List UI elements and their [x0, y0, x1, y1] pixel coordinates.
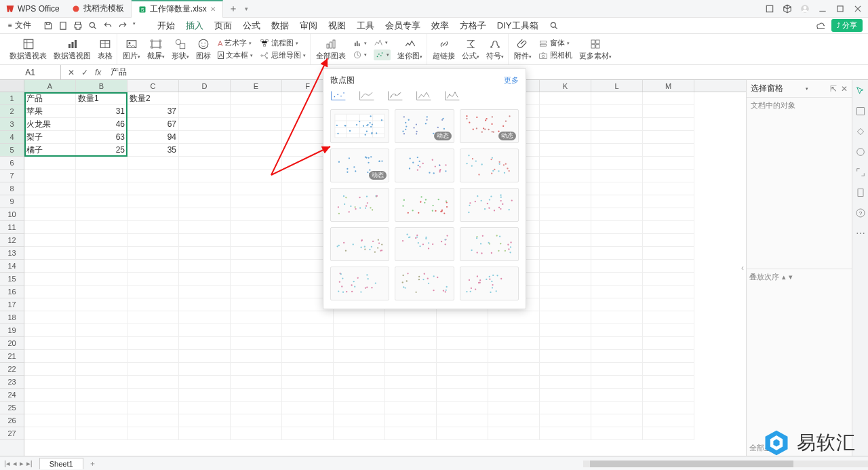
- chart-thumbnail[interactable]: 动态: [330, 149, 389, 182]
- cell[interactable]: [591, 260, 643, 273]
- row-header[interactable]: 11: [0, 221, 24, 234]
- cell[interactable]: 火龙果: [24, 118, 76, 131]
- cell[interactable]: [127, 170, 179, 182]
- cell[interactable]: [179, 311, 231, 324]
- row-header[interactable]: 8: [0, 182, 24, 195]
- picture-button[interactable]: 图片▾: [123, 38, 140, 61]
- cell[interactable]: [231, 273, 282, 286]
- cell[interactable]: [643, 105, 694, 118]
- cell[interactable]: [24, 286, 76, 298]
- row-header[interactable]: 23: [0, 376, 24, 389]
- cell[interactable]: [643, 234, 694, 247]
- cell[interactable]: [643, 247, 694, 260]
- tab-menu-chevron[interactable]: ▾: [245, 5, 248, 12]
- cell[interactable]: [334, 389, 385, 402]
- cell[interactable]: [24, 247, 76, 260]
- cell[interactable]: [76, 350, 127, 363]
- cell[interactable]: [643, 389, 694, 402]
- row-header[interactable]: 13: [0, 247, 24, 260]
- cell[interactable]: [231, 427, 282, 440]
- cell[interactable]: [540, 402, 591, 414]
- cell[interactable]: [231, 105, 282, 118]
- top-tab-workbook[interactable]: S 工作簿数量.xlsx ✕: [132, 0, 223, 18]
- pie-chart-dropdown[interactable]: ▾: [353, 50, 367, 60]
- cell[interactable]: [643, 363, 694, 376]
- file-menu[interactable]: ≡ 文件: [5, 20, 34, 31]
- cell[interactable]: [385, 427, 437, 440]
- cell[interactable]: [385, 350, 437, 363]
- sparkline-button[interactable]: 迷你图▾: [397, 38, 422, 61]
- cell[interactable]: [540, 337, 591, 350]
- cell[interactable]: [24, 337, 76, 350]
- rail-page-icon[interactable]: [855, 187, 866, 198]
- cell[interactable]: [437, 427, 488, 440]
- shape-button[interactable]: 形状▾: [172, 38, 189, 61]
- cell[interactable]: [643, 402, 694, 414]
- cell[interactable]: [540, 208, 591, 221]
- cell[interactable]: [437, 324, 488, 337]
- window-minimize-icon[interactable]: [818, 4, 827, 14]
- cell[interactable]: [24, 427, 76, 440]
- top-tab-template[interactable]: 找稻壳模板: [65, 0, 132, 18]
- cell[interactable]: [437, 389, 488, 402]
- cell[interactable]: [488, 427, 540, 440]
- cell[interactable]: 35: [127, 144, 179, 157]
- pivot-table-button[interactable]: 数据透视表: [9, 38, 47, 61]
- row-header[interactable]: 3: [0, 118, 24, 131]
- cell[interactable]: [385, 311, 437, 324]
- cell[interactable]: [76, 311, 127, 324]
- cell[interactable]: [643, 324, 694, 337]
- cell[interactable]: [76, 273, 127, 286]
- row-header[interactable]: 9: [0, 195, 24, 208]
- cell[interactable]: [24, 350, 76, 363]
- cell[interactable]: [540, 260, 591, 273]
- preview-icon[interactable]: [88, 21, 98, 31]
- cell[interactable]: [540, 105, 591, 118]
- sheet-nav-next[interactable]: ▸: [20, 459, 24, 468]
- cell[interactable]: [643, 337, 694, 350]
- scatter-type-3[interactable]: [387, 90, 403, 101]
- chart-thumbnail[interactable]: [460, 188, 519, 222]
- cell[interactable]: [127, 195, 179, 208]
- cell[interactable]: [540, 273, 591, 286]
- sheet-nav-last[interactable]: ▸|: [26, 459, 33, 468]
- cell[interactable]: [643, 144, 694, 157]
- cell[interactable]: [282, 324, 334, 337]
- cell[interactable]: [127, 389, 179, 402]
- cell[interactable]: [76, 221, 127, 234]
- row-header[interactable]: 19: [0, 324, 24, 337]
- qat-dropdown-icon[interactable]: ▾: [133, 21, 136, 31]
- cell[interactable]: [385, 363, 437, 376]
- cell[interactable]: [179, 414, 231, 427]
- menu-tab-插入[interactable]: 插入: [186, 20, 203, 32]
- cell[interactable]: [591, 157, 643, 170]
- menu-tab-审阅[interactable]: 审阅: [300, 20, 317, 32]
- cancel-fx-icon[interactable]: ✕: [68, 68, 75, 77]
- cell[interactable]: [127, 260, 179, 273]
- wordart-button[interactable]: A艺术字▾: [218, 38, 253, 48]
- cell[interactable]: [127, 298, 179, 311]
- cell[interactable]: [643, 170, 694, 182]
- cell[interactable]: [76, 414, 127, 427]
- cell[interactable]: [643, 92, 694, 105]
- cell[interactable]: [24, 260, 76, 273]
- row-header[interactable]: 4: [0, 131, 24, 144]
- cell[interactable]: [231, 92, 282, 105]
- cell[interactable]: [76, 389, 127, 402]
- cell[interactable]: [76, 234, 127, 247]
- cell[interactable]: [76, 324, 127, 337]
- cell[interactable]: [127, 247, 179, 260]
- cell[interactable]: [591, 311, 643, 324]
- chart-thumbnail[interactable]: [395, 149, 454, 182]
- cell[interactable]: [127, 414, 179, 427]
- cell[interactable]: [231, 337, 282, 350]
- cell[interactable]: [179, 118, 231, 131]
- cell[interactable]: [643, 260, 694, 273]
- cell[interactable]: [179, 298, 231, 311]
- cell[interactable]: [282, 337, 334, 350]
- redo-icon[interactable]: [118, 21, 127, 31]
- cell[interactable]: [591, 298, 643, 311]
- cell[interactable]: [591, 118, 643, 131]
- chart-thumbnail[interactable]: [460, 149, 519, 182]
- cell[interactable]: [643, 195, 694, 208]
